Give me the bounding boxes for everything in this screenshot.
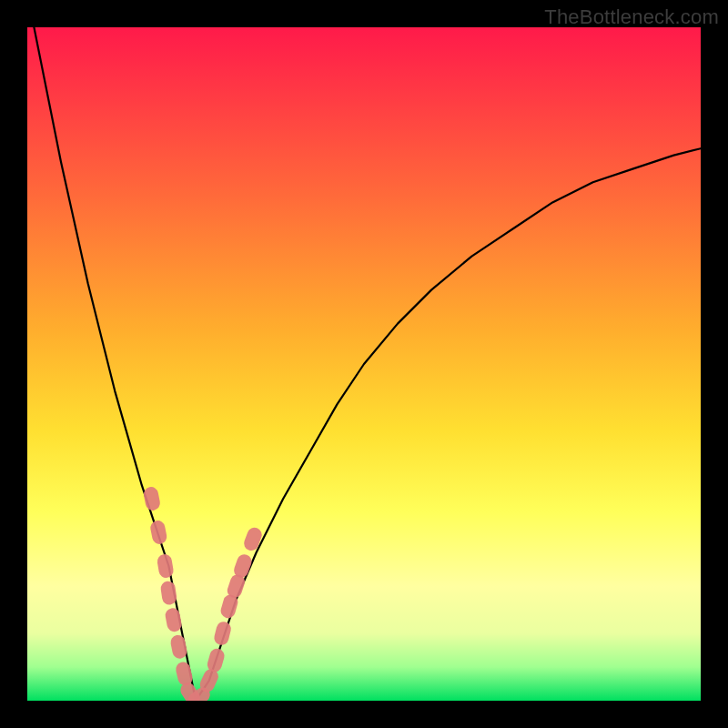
svg-rect-2 bbox=[157, 553, 175, 579]
svg-rect-0 bbox=[143, 486, 162, 512]
highlight-dot bbox=[157, 553, 175, 579]
svg-rect-5 bbox=[169, 633, 188, 660]
highlight-dot bbox=[143, 486, 162, 512]
highlight-dot bbox=[149, 520, 168, 546]
highlight-dot bbox=[164, 607, 183, 632]
svg-rect-11 bbox=[213, 620, 233, 646]
highlight-dot bbox=[213, 620, 233, 646]
svg-rect-15 bbox=[242, 525, 264, 552]
bottleneck-curve bbox=[34, 27, 701, 701]
chart-svg bbox=[27, 27, 701, 701]
svg-rect-3 bbox=[160, 581, 178, 606]
highlight-dot bbox=[242, 525, 264, 552]
svg-rect-1 bbox=[149, 520, 168, 546]
svg-rect-4 bbox=[164, 607, 183, 632]
chart-frame: TheBottleneck.com bbox=[0, 0, 728, 728]
highlight-dot bbox=[160, 581, 178, 606]
watermark-text: TheBottleneck.com bbox=[544, 5, 719, 29]
chart-plot-area bbox=[27, 27, 701, 701]
highlight-dot bbox=[169, 633, 188, 660]
